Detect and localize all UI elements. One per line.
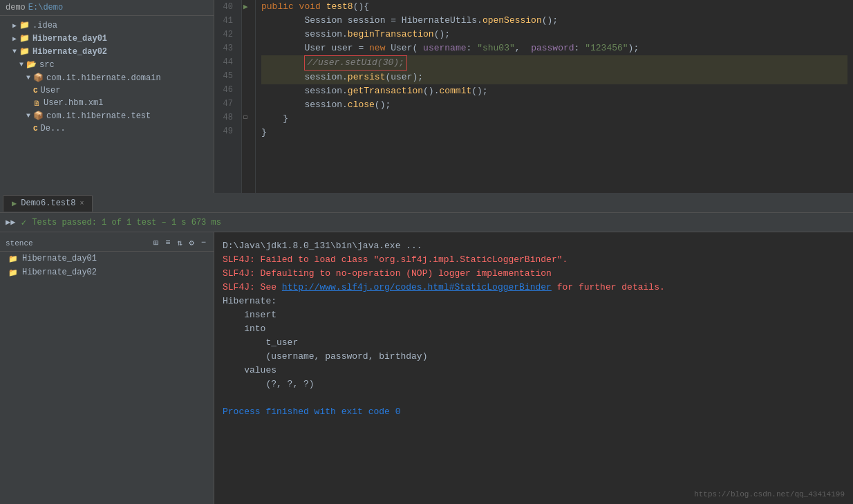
layout-icon[interactable]: ⊞ [151, 237, 160, 249]
align-icon[interactable]: ≡ [163, 237, 172, 249]
console-values: values [223, 364, 845, 377]
code-line-49: } [261, 126, 847, 140]
code-line-42: session.beginTransaction(); [261, 28, 847, 41]
project-sidebar: demo E:\demo ▶ 📁 .idea ▶ 📁 [0, 0, 214, 193]
slf4j-link[interactable]: http://www.slf4j.org/codes.html#StaticLo… [282, 282, 552, 292]
code-type-session: Session [304, 14, 347, 28]
folder-arrow-icon: ▶ [12, 21, 17, 30]
code-line-44: //user.setUid(30); [261, 55, 847, 71]
console-slf4j-1: SLF4J: Failed to load class "org.slf4j.i… [223, 253, 845, 267]
folder-icon-3: 📁 [19, 46, 30, 57]
package-arrow-icon-2: ▼ [26, 112, 30, 120]
run-tab-bar: ▶ Demo6.test8 × [0, 194, 853, 213]
line-num-46: 46 [220, 83, 236, 97]
gutter: ▶ ◻ [242, 0, 256, 193]
tree-label-idea: .idea [32, 21, 57, 30]
line-num-44: 44 [220, 55, 236, 69]
boxed-comment: //user.setUid(30); [304, 55, 406, 71]
folder-arrow-icon-3: ▼ [12, 48, 17, 55]
console-insert: insert [223, 308, 845, 322]
structure-panel-header: stence ⊞ ≡ ⇅ ⚙ − [0, 235, 214, 252]
src-icon: 📂 [26, 59, 37, 70]
structure-label: stence [6, 239, 33, 248]
tree-item-idea[interactable]: ▶ 📁 .idea [0, 19, 214, 32]
console-java-cmd: D:\Java\jdk1.8.0_131\bin\java.exe ... [223, 239, 845, 253]
code-line-43: User user = new User( username: "shu03",… [261, 41, 847, 55]
console-columns: (username, password, birthday) [223, 350, 845, 364]
top-section: demo E:\demo ▶ 📁 .idea ▶ 📁 [0, 0, 853, 194]
line-num-49: 49 [220, 124, 236, 138]
tree-item-hibernate-day01[interactable]: ▶ 📁 Hibernate_day01 [0, 32, 214, 45]
console-output-area: D:\Java\jdk1.8.0_131\bin\java.exe ... SL… [214, 232, 853, 504]
code-line-45: session.persist(user); [261, 71, 847, 84]
project-name-label: demo [6, 3, 26, 12]
line-num-42: 42 [220, 28, 236, 41]
line-num-47: 47 [220, 97, 236, 111]
code-kw-void: void [299, 0, 326, 14]
tree-label-user: User [41, 86, 61, 95]
code-line-40: public void test8(){ [261, 0, 847, 14]
bottom-content: stence ⊞ ≡ ⇅ ⚙ − 📁 Hibernate_day01 [0, 232, 853, 504]
package-icon: 📦 [33, 73, 44, 83]
panel-header-icons: ⊞ ≡ ⇅ ⚙ − [151, 237, 208, 249]
code-editor[interactable]: 40 41 42 43 44 45 46 47 48 49 ▶ ◻ [214, 0, 853, 193]
console-placeholders: (?, ?, ?) [223, 377, 845, 391]
line-num-40: 40 [220, 0, 236, 14]
tree-label-hib2: Hibernate_day02 [32, 47, 107, 57]
check-icon: ✓ [21, 217, 26, 228]
code-kw-public: public [261, 0, 299, 14]
close-panel-icon[interactable]: − [199, 237, 208, 249]
main-container: demo E:\demo ▶ 📁 .idea ▶ 📁 [0, 0, 853, 504]
structure-item-label-day02: Hibernate_day02 [22, 268, 97, 277]
tree-item-src[interactable]: ▼ 📂 src [0, 58, 214, 71]
code-method-test8: test8 [326, 0, 353, 14]
project-header: demo E:\demo [0, 0, 214, 16]
tree-item-test-package[interactable]: ▼ 📦 com.it.hibernate.test [0, 109, 214, 122]
tree-label-src: src [39, 60, 55, 70]
run-tab-demo6-test8[interactable]: ▶ Demo6.test8 × [3, 195, 93, 212]
settings-icon[interactable]: ⚙ [187, 237, 196, 249]
structure-item-day01[interactable]: 📁 Hibernate_day01 [0, 252, 214, 265]
project-path-label: E:\demo [28, 3, 63, 12]
structure-items: 📁 Hibernate_day01 📁 Hibernate_day02 [0, 252, 214, 279]
structure-sidebar: stence ⊞ ≡ ⇅ ⚙ − 📁 Hibernate_day01 [0, 232, 214, 504]
run-arrow-icon: ▶▶ [6, 217, 15, 227]
tree-item-demo6[interactable]: C De... [0, 122, 214, 135]
watermark: https://blog.csdn.net/qq_43414199 [694, 490, 845, 498]
xml-icon: 🗎 [33, 99, 41, 108]
code-area: 40 41 42 43 44 45 46 47 48 49 ▶ ◻ [214, 0, 853, 193]
tree-item-user-xml[interactable]: 🗎 User.hbm.xml [0, 97, 214, 109]
tree-label-user-xml: User.hbm.xml [44, 98, 103, 108]
tree-label-demo6: De... [41, 124, 66, 133]
line-num-43: 43 [220, 41, 236, 55]
folder-icon-2: 📁 [19, 33, 30, 44]
tree-label-domain: com.it.hibernate.domain [46, 73, 161, 83]
console-slf4j-3: SLF4J: See http://www.slf4j.org/codes.ht… [223, 281, 845, 295]
sort-icon[interactable]: ⇅ [175, 237, 184, 249]
code-lines: public void test8(){ Session session = H… [256, 0, 853, 193]
run-tab-label: Demo6.test8 [21, 198, 75, 208]
tree-item-user-class[interactable]: C User [0, 84, 214, 97]
console-into: into [223, 322, 845, 336]
code-line-47: session.close(); [261, 98, 847, 112]
console-output: D:\Java\jdk1.8.0_131\bin\java.exe ... SL… [214, 235, 853, 423]
structure-item-day02[interactable]: 📁 Hibernate_day02 [0, 265, 214, 279]
package-arrow-icon: ▼ [26, 74, 30, 82]
class-icon-2: C [33, 124, 38, 133]
tree-item-domain-package[interactable]: ▼ 📦 com.it.hibernate.domain [0, 71, 214, 84]
console-slf4j-2: SLF4J: Defaulting to no-operation (NOP) … [223, 267, 845, 281]
run-tab-close-icon[interactable]: × [79, 200, 84, 207]
package-icon-2: 📦 [33, 111, 44, 121]
code-line-48: } [261, 112, 847, 126]
structure-item-label-day01: Hibernate_day01 [22, 254, 97, 263]
line-num-41: 41 [220, 14, 236, 28]
folder-icon: 📁 [19, 20, 30, 30]
folder-arrow-icon-2: ▶ [12, 35, 17, 43]
console-t-user: t_user [223, 336, 845, 350]
code-line-46: session.getTransaction().commit(); [261, 84, 847, 98]
console-process-finished: Process finished with exit code 0 [223, 405, 845, 419]
folder-icon-day01: 📁 [8, 254, 18, 263]
project-tree: ▶ 📁 .idea ▶ 📁 Hibernate_day01 [0, 16, 214, 138]
tree-item-hibernate-day02[interactable]: ▼ 📁 Hibernate_day02 [0, 45, 214, 58]
line-num-45: 45 [220, 69, 236, 83]
